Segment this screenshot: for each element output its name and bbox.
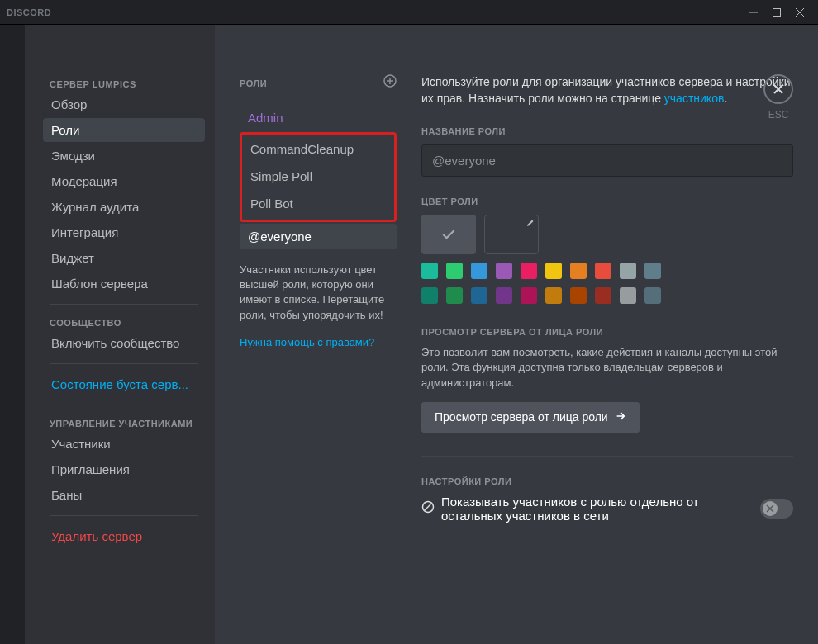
add-role-button[interactable] — [383, 74, 397, 92]
close-settings-button[interactable]: ESC — [763, 74, 793, 121]
color-swatch[interactable] — [545, 263, 562, 279]
sidebar-item-delete-server[interactable]: Удалить сервер — [43, 524, 205, 548]
color-swatch[interactable] — [620, 287, 636, 304]
maximize-button[interactable] — [765, 3, 788, 21]
role-name-input[interactable] — [421, 144, 793, 177]
toggle-hoist-label: Показывать участников с ролью отдельно о… — [421, 495, 750, 523]
role-detail-column: Используйте роли для организации участни… — [421, 74, 793, 627]
role-item[interactable]: Simple Poll — [242, 163, 394, 189]
color-swatch[interactable] — [570, 263, 587, 279]
role-item[interactable]: Poll Bot — [242, 191, 394, 216]
sidebar-item-template[interactable]: Шаблон сервера — [43, 272, 205, 296]
preview-as-role-button[interactable]: Просмотр сервера от лица роли — [421, 402, 640, 433]
minimize-button[interactable] — [742, 3, 765, 21]
sidebar-item-enable-community[interactable]: Включить сообщество — [43, 331, 205, 355]
color-swatch[interactable] — [595, 263, 611, 279]
content-area: РОЛИ Admin CommandCleanup Simple Poll Po… — [215, 25, 818, 644]
color-swatch[interactable] — [521, 287, 537, 304]
color-swatch[interactable] — [644, 287, 661, 304]
arrow-right-icon — [615, 410, 626, 424]
sidebar-item-audit[interactable]: Журнал аудита — [43, 195, 205, 219]
role-item-admin[interactable]: Admin — [240, 105, 397, 130]
roles-header: РОЛИ — [240, 78, 267, 88]
role-name-label: НАЗВАНИЕ РОЛИ — [421, 126, 793, 136]
sidebar-item-bans[interactable]: Баны — [43, 483, 205, 507]
role-intro-text: Используйте роли для организации участни… — [421, 74, 793, 107]
svg-rect-0 — [773, 8, 781, 16]
members-link[interactable]: участников — [664, 92, 725, 105]
settings-sidebar: СЕРВЕР LUMPICS Обзор Роли Эмодзи Модерац… — [25, 25, 215, 644]
sidebar-header-members: УПРАВЛЕНИЕ УЧАСТНИКАМИ — [43, 414, 205, 432]
color-default-swatch[interactable] — [421, 215, 476, 254]
color-grid-row — [421, 263, 793, 279]
sidebar-divider — [50, 304, 198, 305]
sidebar-item-roles[interactable]: Роли — [43, 118, 205, 142]
section-divider — [421, 456, 793, 457]
color-swatch[interactable] — [595, 287, 611, 304]
color-swatch[interactable] — [446, 263, 463, 279]
color-swatch[interactable] — [446, 287, 463, 304]
color-swatch[interactable] — [620, 263, 636, 279]
role-settings-label: НАСТРОЙКИ РОЛИ — [421, 476, 793, 486]
color-swatch[interactable] — [471, 287, 487, 304]
sidebar-item-boost-status[interactable]: Состояние буста серв... — [43, 372, 205, 396]
color-swatch[interactable] — [644, 263, 661, 279]
sidebar-item-members[interactable]: Участники — [43, 432, 205, 456]
guild-rail — [0, 25, 25, 644]
color-swatch[interactable] — [570, 287, 587, 304]
preview-description: Это позволит вам посмотреть, какие дейст… — [421, 345, 793, 391]
preview-label: ПРОСМОТР СЕРВЕРА ОТ ЛИЦА РОЛИ — [421, 327, 793, 337]
color-swatch[interactable] — [496, 287, 512, 304]
sidebar-divider — [50, 363, 198, 364]
color-swatch[interactable] — [421, 263, 438, 279]
color-swatch[interactable] — [545, 287, 562, 304]
titlebar: DISCORD — [0, 0, 818, 25]
role-item[interactable]: CommandCleanup — [242, 136, 394, 162]
color-swatch[interactable] — [496, 263, 512, 279]
color-grid-row — [421, 287, 793, 304]
highlight-annotation: CommandCleanup Simple Poll Poll Bot — [240, 132, 397, 222]
role-color-label: ЦВЕТ РОЛИ — [421, 197, 793, 206]
close-window-button[interactable] — [788, 3, 811, 21]
color-swatch[interactable] — [421, 287, 438, 304]
color-swatch[interactable] — [521, 263, 537, 279]
color-swatch[interactable] — [471, 263, 487, 279]
roles-help-text: Участники используют цвет высшей роли, к… — [240, 263, 397, 323]
sidebar-item-invites[interactable]: Приглашения — [43, 457, 205, 481]
close-label: ESC — [768, 109, 789, 121]
sidebar-divider — [50, 405, 198, 405]
sidebar-item-moderation[interactable]: Модерация — [43, 169, 205, 193]
toggle-hoist[interactable] — [760, 499, 793, 519]
close-icon — [763, 74, 793, 104]
sidebar-item-overview[interactable]: Обзор — [43, 92, 205, 116]
color-picker-button[interactable] — [484, 215, 539, 254]
sidebar-divider — [50, 515, 198, 516]
sidebar-item-integrations[interactable]: Интеграция — [43, 220, 205, 244]
sidebar-header-community: СООБЩЕСТВО — [43, 313, 205, 331]
app-brand: DISCORD — [7, 7, 51, 17]
sidebar-item-widget[interactable]: Виджет — [43, 246, 205, 270]
prohibited-icon — [421, 500, 435, 516]
roles-help-link[interactable]: Нужна помощь с правами? — [240, 336, 397, 348]
sidebar-item-emoji[interactable]: Эмодзи — [43, 144, 205, 168]
role-item-everyone[interactable]: @everyone — [240, 224, 397, 249]
roles-column: РОЛИ Admin CommandCleanup Simple Poll Po… — [240, 74, 397, 627]
sidebar-header-server: СЕРВЕР LUMPICS — [43, 74, 205, 92]
toggle-knob — [763, 501, 778, 516]
